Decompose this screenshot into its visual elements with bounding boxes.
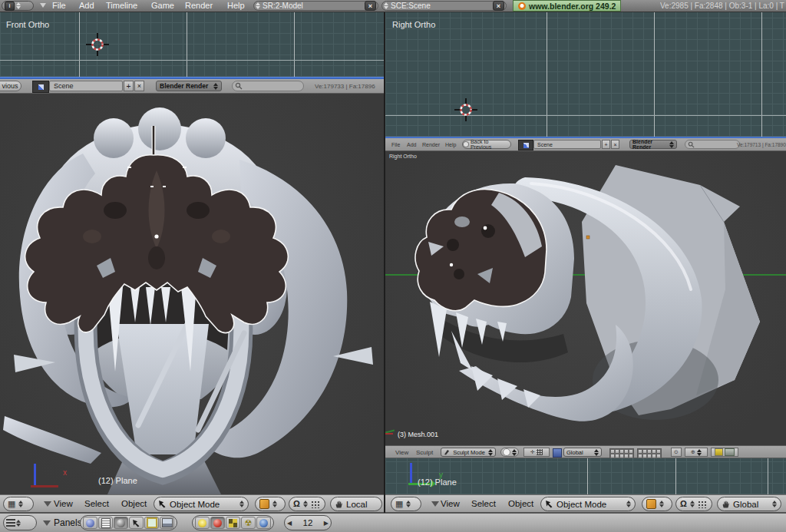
screen-selector[interactable]: SR:2-Model × — [253, 1, 378, 11]
buttons-editor-type[interactable] — [3, 515, 37, 530]
left-draw-type-button[interactable] — [255, 497, 286, 511]
scene-name[interactable]: SCE:Scene — [391, 2, 490, 10]
grid-major-line — [768, 458, 768, 494]
left-menu-select[interactable]: Select — [84, 499, 109, 508]
script-icon[interactable] — [98, 517, 113, 529]
embedded-render-engine: Blender Render — [156, 81, 222, 91]
mode-stepper[interactable] — [239, 501, 244, 507]
editor-type-stepper[interactable] — [18, 501, 23, 507]
header-menus-collapse-icon[interactable] — [43, 520, 51, 526]
menu-timeline[interactable]: Timeline — [106, 1, 137, 10]
left-menu-object[interactable]: Object — [121, 499, 147, 508]
draw-type-stepper[interactable] — [659, 501, 664, 507]
shading-icon[interactable] — [114, 517, 128, 529]
hand-icon — [335, 500, 343, 509]
scene-stepper[interactable] — [384, 2, 388, 9]
pivot-stepper[interactable] — [303, 501, 308, 507]
right-menu-view[interactable]: View — [441, 499, 460, 508]
menu-add[interactable]: Add — [79, 1, 94, 10]
header-menus-collapse-icon[interactable] — [44, 501, 51, 507]
scene-render-icon[interactable] — [160, 517, 174, 529]
material-icon[interactable] — [210, 517, 225, 529]
grid-major-line — [0, 60, 384, 61]
right-editor-type-button[interactable]: ▦ — [391, 497, 421, 511]
e-menu-file: File — [391, 142, 400, 147]
header-collapse-icon[interactable] — [40, 3, 46, 8]
embedded-object-info: (3) Mesh.001 — [398, 431, 438, 438]
editor-type-stepper[interactable] — [406, 501, 411, 507]
world-icon[interactable] — [256, 517, 271, 529]
left-orientation-dropdown[interactable]: Local — [330, 497, 382, 511]
frame-prev-icon[interactable]: ◀ — [287, 520, 292, 527]
window-type-icon: i — [5, 2, 15, 11]
panels-menu[interactable]: Panels — [54, 517, 82, 528]
right-mode-dropdown[interactable]: Object Mode — [540, 497, 636, 511]
object-icon[interactable] — [129, 517, 144, 529]
frame-number[interactable]: 12 — [301, 518, 315, 527]
embedded-mode-dropdown: Sculpt Mode — [441, 448, 496, 457]
embedded-back-button: vious — [0, 81, 21, 91]
orientation-stepper[interactable] — [772, 501, 777, 507]
scene-close-icon[interactable]: × — [493, 1, 504, 11]
embedded-symmetry-buttons: ✛ — [523, 448, 550, 457]
manipulator-icon[interactable] — [698, 501, 707, 508]
e-menu-render: Render — [422, 142, 440, 147]
grid-major-line — [654, 12, 655, 137]
right-menu-object[interactable]: Object — [508, 499, 533, 508]
menu-file[interactable]: File — [52, 1, 66, 10]
grid-editor-icon: ▦ — [8, 500, 15, 508]
embedded-snap-render-buttons — [711, 448, 738, 457]
right-orientation-dropdown[interactable]: Global — [717, 497, 781, 511]
header-menus-collapse-icon[interactable] — [431, 501, 439, 507]
right-viewport-grid-lower[interactable]: y (12) Plane — [385, 458, 786, 494]
embedded-scene-field: Scene — [49, 81, 123, 91]
object-mode-icon — [545, 500, 553, 508]
menu-render[interactable]: Render — [185, 1, 213, 10]
right-menu-select[interactable]: Select — [471, 499, 496, 508]
right-draw-type-button[interactable] — [642, 497, 672, 511]
left-viewport-canvas[interactable]: x (12) Plane — [0, 94, 384, 494]
left-viewport-grid[interactable]: Front Ortho — [0, 12, 384, 77]
screen-stepper[interactable] — [256, 2, 260, 9]
screen-name[interactable]: SR:2-Model — [263, 2, 362, 10]
left-mode-dropdown[interactable]: Object Mode — [154, 497, 249, 511]
embedded-scene-icon — [518, 140, 533, 150]
manipulator-icon[interactable] — [311, 501, 320, 508]
search-icon — [235, 82, 243, 90]
draw-type-stepper[interactable] — [272, 501, 277, 507]
window-type-stepper[interactable] — [16, 2, 21, 9]
pivot-stepper[interactable] — [690, 501, 695, 507]
right-viewport-grid[interactable]: Right Ortho — [385, 12, 786, 137]
pivot-icon: Ω — [680, 500, 687, 508]
texture-icon[interactable] — [226, 517, 240, 529]
radiosity-icon[interactable]: ☢ — [241, 517, 256, 529]
frame-next-icon[interactable]: ▶ — [324, 520, 329, 527]
lamp-icon[interactable] — [195, 517, 210, 529]
frame-counter[interactable]: ◀ 12 ▶ — [284, 515, 332, 530]
left-menu-view[interactable]: View — [54, 499, 73, 508]
right-object-info: (12) Plane — [418, 477, 457, 487]
left-editor-type-button[interactable]: ▦ — [3, 497, 34, 511]
editing-icon[interactable] — [144, 517, 159, 529]
logic-icon[interactable] — [83, 517, 97, 529]
left-viewport-header: ▦ View Select Object Object Mode Ω Local — [0, 494, 384, 513]
right-viewport-canvas[interactable]: Right Ortho — [385, 151, 786, 445]
embedded-layer-buttons — [609, 448, 662, 459]
window-type-button[interactable]: i — [2, 1, 34, 11]
embedded-orientation-dropdown: Global — [563, 448, 602, 457]
context-button-group — [80, 515, 177, 530]
screen-close-icon[interactable]: × — [365, 1, 376, 11]
3d-cursor[interactable] — [86, 33, 109, 56]
user-preferences-header: i File Add Timeline Game Render Help SR:… — [0, 0, 786, 12]
shading-subcontext-group: ☢ — [192, 515, 274, 530]
scene-selector[interactable]: SCE:Scene × — [381, 1, 507, 11]
right-pivot-button[interactable]: Ω — [675, 497, 712, 511]
menu-help[interactable]: Help — [227, 1, 245, 10]
3d-cursor[interactable] — [454, 98, 477, 121]
menu-game[interactable]: Game — [151, 1, 174, 10]
mode-stepper[interactable] — [626, 501, 631, 507]
editor-type-stepper[interactable] — [16, 520, 21, 527]
embedded-back-to-previous: Back to Previous — [462, 140, 511, 149]
left-pivot-button[interactable]: Ω — [289, 497, 325, 511]
version-button[interactable]: www.blender.org 249.2 — [513, 0, 621, 12]
